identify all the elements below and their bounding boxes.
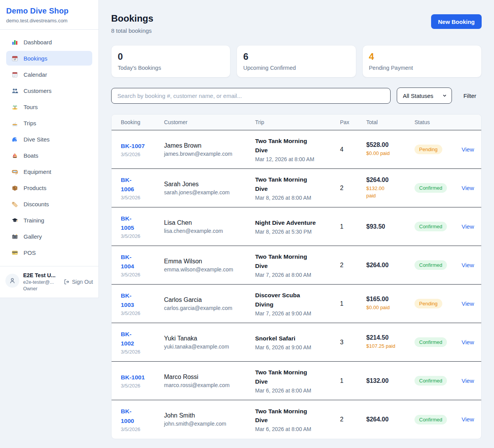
table-row: BK-1002 3/5/2026 Yuki Tanaka yuki.tanaka… <box>112 323 481 362</box>
trip-cell: Snorkel Safari Mar 6, 2026 at 9:00 AM <box>255 334 340 350</box>
booking-id-link[interactable]: BK-1002 <box>121 330 139 348</box>
actions-cell: View <box>462 185 474 192</box>
customer-cell: Yuki Tanaka yuki.tanaka@example.com <box>164 335 255 350</box>
user-role: Owner <box>23 286 56 291</box>
sidebar-item-equipment[interactable]: Equipment <box>6 164 92 179</box>
customer-name: James Brown <box>164 142 255 149</box>
trip-datetime: Mar 6, 2026 at 8:00 AM <box>255 387 340 394</box>
sidebar-item-calendar[interactable]: Calendar <box>6 67 92 82</box>
view-link[interactable]: View <box>462 146 474 153</box>
tours-icon <box>11 103 19 110</box>
booking-cell: BK-1000 3/5/2026 <box>121 407 164 432</box>
trips-icon <box>11 120 19 126</box>
user-email: e2e-tester@... <box>23 280 56 285</box>
view-link[interactable]: View <box>462 185 474 191</box>
customer-email: lisa.chen@example.com <box>164 228 255 234</box>
new-booking-button[interactable]: New Booking <box>431 14 482 29</box>
sidebar-item-tours[interactable]: Tours <box>6 99 92 114</box>
status-cell: Pending <box>414 299 462 308</box>
sidebar-item-dashboard[interactable]: Dashboard <box>6 35 92 49</box>
booking-id-link[interactable]: BK-1007 <box>121 141 145 151</box>
page-header: Bookings 8 total bookings New Booking <box>111 13 482 34</box>
dashboard-icon <box>11 39 19 45</box>
booking-id-link[interactable]: BK-1003 <box>121 291 139 310</box>
customer-name: Yuki Tanaka <box>164 335 255 342</box>
view-link[interactable]: View <box>462 339 474 345</box>
sidebar-item-label: Dive Sites <box>24 136 50 143</box>
booking-date: 3/5/2026 <box>121 195 164 200</box>
trip-name: Snorkel Safari <box>255 334 340 343</box>
sidebar-item-training[interactable]: Training <box>6 213 92 227</box>
sidebar-item-gallery[interactable]: Gallery <box>6 229 92 244</box>
booking-date: 3/5/2026 <box>121 383 164 389</box>
sidebar-item-label: Customers <box>24 88 52 94</box>
sign-out-button[interactable]: Sign Out <box>64 278 93 285</box>
user-footer: E2E Test U... e2e-tester@... Owner Sign … <box>0 266 98 298</box>
customer-email: emma.wilson@example.com <box>164 266 255 273</box>
view-link[interactable]: View <box>462 300 474 307</box>
filter-button[interactable]: Filter <box>458 93 482 99</box>
status-filter-select[interactable]: All Statuses <box>397 88 452 104</box>
sidebar-item-dive-sites[interactable]: Dive Sites <box>6 132 92 147</box>
total-cell: $165.00 $0.00 paid <box>366 296 414 311</box>
stat-label: Upcoming Confirmed <box>243 65 349 71</box>
sidebar-item-customers[interactable]: Customers <box>6 83 92 98</box>
total-amount: $264.00 <box>366 177 414 184</box>
trip-datetime: Mar 12, 2026 at 8:00 AM <box>255 156 340 162</box>
status-cell: Pending <box>414 145 462 154</box>
column-header-status: Status <box>414 119 462 125</box>
customer-cell: Lisa Chen lisa.chen@example.com <box>164 219 255 234</box>
total-amount: $528.00 <box>366 141 414 148</box>
booking-id-link[interactable]: BK-1006 <box>121 175 139 194</box>
table-row: BK-1007 3/5/2026 James Brown james.brown… <box>112 130 481 169</box>
user-name: E2E Test U... <box>23 272 56 278</box>
trip-name: Two Tank Morning Dive <box>255 368 309 386</box>
paid-amount: $107.25 paid <box>366 343 414 350</box>
customer-name: Carlos Garcia <box>164 296 255 303</box>
trip-name: Discover Scuba Diving <box>255 291 309 309</box>
view-link[interactable]: View <box>462 262 474 268</box>
booking-date: 3/5/2026 <box>121 272 164 278</box>
sidebar-item-boats[interactable]: Boats <box>6 148 92 163</box>
trip-cell: Two Tank Morning Dive Mar 7, 2026 at 8:0… <box>255 252 340 278</box>
status-filter-wrap: All Statuses <box>397 88 452 104</box>
customer-email: marco.rossi@example.com <box>164 382 255 388</box>
sidebar-item-trips[interactable]: Trips <box>6 116 92 130</box>
booking-date: 3/5/2026 <box>121 152 164 157</box>
calendar-icon <box>11 71 19 78</box>
customers-icon <box>11 87 19 94</box>
view-link[interactable]: View <box>462 377 474 384</box>
table-row: BK-1001 3/5/2026 Marco Rossi marco.rossi… <box>112 362 481 400</box>
trip-cell: Two Tank Morning Dive Mar 12, 2026 at 8:… <box>255 136 340 162</box>
booking-id-link[interactable]: BK-1000 <box>121 407 139 425</box>
column-header-customer: Customer <box>164 119 255 125</box>
sidebar-item-label: Products <box>24 185 46 191</box>
booking-cell: BK-1003 3/5/2026 <box>121 291 164 316</box>
booking-id-link[interactable]: BK-1005 <box>121 214 139 232</box>
sign-out-icon <box>64 278 70 285</box>
booking-date: 3/5/2026 <box>121 349 164 355</box>
sidebar-item-label: Dashboard <box>24 39 52 45</box>
total-cell: $264.00 $132.00 paid <box>366 177 414 199</box>
sidebar-nav: Dashboard17BookingsCalendarCustomersTour… <box>0 30 98 264</box>
sidebar-item-discounts[interactable]: Discounts <box>6 197 92 211</box>
sidebar-item-pos[interactable]: POS <box>6 245 92 260</box>
sidebar-item-label: POS <box>24 249 36 256</box>
status-cell: Confirmed <box>414 260 462 270</box>
customer-cell: Marco Rossi marco.rossi@example.com <box>164 374 255 388</box>
view-link[interactable]: View <box>462 223 474 230</box>
sidebar-item-label: Equipment <box>24 168 51 175</box>
sidebar-item-bookings[interactable]: 17Bookings <box>6 51 92 66</box>
booking-id-link[interactable]: BK-1001 <box>121 373 145 382</box>
bookings-count: 8 total bookings <box>111 27 153 34</box>
sidebar-item-label: Tours <box>24 104 38 110</box>
sidebar-item-products[interactable]: Products <box>6 180 92 195</box>
stat-value: 6 <box>243 52 349 62</box>
customer-cell: Emma Wilson emma.wilson@example.com <box>164 258 255 273</box>
view-link[interactable]: View <box>462 416 474 423</box>
column-header-pax: Pax <box>340 119 366 125</box>
search-input[interactable] <box>111 88 391 104</box>
table-body: BK-1007 3/5/2026 James Brown james.brown… <box>112 130 481 439</box>
status-badge: Confirmed <box>414 222 447 231</box>
booking-id-link[interactable]: BK-1004 <box>121 253 139 271</box>
